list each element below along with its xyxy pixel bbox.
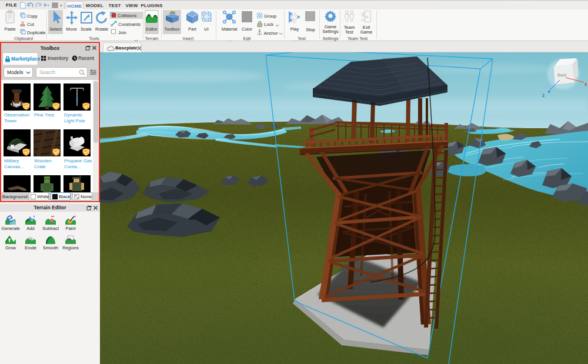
svg-text:X: X xyxy=(584,82,587,86)
svg-text:Back: Back xyxy=(557,73,567,77)
svg-text:Z: Z xyxy=(542,93,545,98)
